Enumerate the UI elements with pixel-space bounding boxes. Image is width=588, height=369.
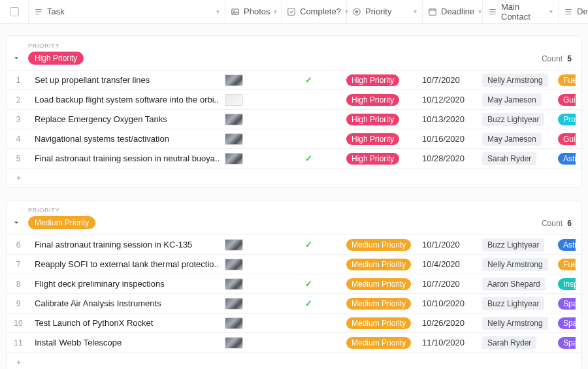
cell-priority[interactable]: Medium Priority [341, 333, 417, 352]
photo-thumbnail[interactable] [225, 298, 243, 310]
cell-main-contact[interactable]: Aaron Shepard [477, 274, 553, 293]
cell-priority[interactable]: Medium Priority [341, 274, 417, 293]
cell-complete[interactable]: ✓ [276, 274, 341, 293]
cell-task[interactable]: Install Webb Telescope [29, 333, 220, 352]
cell-photos[interactable] [220, 235, 276, 254]
contact-chip[interactable]: May Jameson [482, 93, 542, 106]
cell-complete[interactable] [276, 110, 341, 129]
table-row[interactable]: 9Calibrate Air Analysis Instruments✓Medi… [7, 293, 581, 313]
cell-task[interactable]: Final astronaut training session in KC-1… [29, 235, 220, 254]
contact-chip[interactable]: Nelly Armstrong [482, 258, 548, 271]
table-row[interactable]: 11Install Webb TelescopeMedium Priority1… [7, 332, 581, 352]
group-priority-pill[interactable]: Medium Priority [28, 216, 95, 229]
cell-photos[interactable] [220, 333, 276, 352]
cell-priority[interactable]: High Priority [341, 110, 417, 129]
cell-complete[interactable] [276, 129, 341, 148]
cell-complete[interactable]: ✓ [276, 294, 341, 313]
cell-department[interactable]: Space [553, 333, 576, 352]
cell-deadline[interactable]: 10/12/2020 [417, 90, 477, 109]
column-header-complete[interactable]: Complete? ▾ [282, 0, 347, 23]
cell-department[interactable]: Space [553, 294, 576, 313]
contact-chip[interactable]: Buzz Lightyear [482, 297, 544, 310]
table-row[interactable]: 4Navigational systems test/activationHig… [7, 129, 581, 148]
cell-priority[interactable]: High Priority [341, 71, 417, 89]
cell-main-contact[interactable]: May Jameson [477, 129, 553, 148]
cell-complete[interactable]: ✓ [276, 149, 341, 168]
cell-main-contact[interactable]: May Jameson [477, 90, 553, 109]
photo-thumbnail[interactable] [225, 153, 243, 165]
column-header-deadline[interactable]: Deadline ▾ [423, 0, 483, 23]
cell-deadline[interactable]: 10/7/2020 [417, 274, 477, 293]
cell-priority[interactable]: High Priority [341, 149, 417, 168]
photo-thumbnail[interactable] [225, 259, 243, 270]
cell-photos[interactable] [220, 71, 276, 89]
cell-priority[interactable]: High Priority [341, 129, 417, 148]
cell-priority[interactable]: High Priority [341, 90, 417, 109]
contact-chip[interactable]: Buzz Lightyear [482, 113, 544, 126]
group-priority-pill[interactable]: High Priority [28, 52, 84, 65]
column-header-photos[interactable]: Photos ▾ [225, 0, 282, 23]
cell-deadline[interactable]: 10/26/2020 [417, 313, 477, 332]
table-row[interactable]: 6Final astronaut training session in KC-… [7, 234, 581, 254]
cell-deadline[interactable]: 10/1/2020 [417, 235, 477, 254]
cell-department[interactable]: Guidanc [553, 129, 576, 148]
cell-priority[interactable]: Medium Priority [341, 235, 417, 254]
group-collapse-toggle[interactable] [12, 54, 20, 62]
column-header-priority[interactable]: Priority ▾ [347, 0, 423, 23]
add-row-button[interactable]: + [7, 168, 581, 187]
photo-thumbnail[interactable] [225, 317, 243, 329]
cell-main-contact[interactable]: Buzz Lightyear [477, 294, 553, 313]
cell-photos[interactable] [220, 90, 276, 109]
column-header-department[interactable]: Depa [559, 0, 588, 23]
contact-chip[interactable]: May Jameson [482, 133, 542, 146]
cell-department[interactable]: Guidanc [553, 90, 576, 109]
contact-chip[interactable]: Nelly Armstrong [482, 74, 548, 87]
cell-complete[interactable] [276, 255, 341, 274]
contact-chip[interactable]: Aaron Shepard [482, 278, 546, 291]
cell-priority[interactable]: Medium Priority [341, 294, 417, 313]
cell-main-contact[interactable]: Sarah Ryder [477, 149, 553, 168]
column-header-task[interactable]: Task ▾ [29, 0, 225, 23]
cell-department[interactable]: Astrona [553, 235, 576, 254]
cell-deadline[interactable]: 10/10/2020 [417, 294, 477, 313]
cell-task[interactable]: Flight deck preliminary inspections [29, 274, 220, 293]
table-row[interactable]: 8Flight deck preliminary inspections✓Med… [7, 274, 581, 293]
photo-thumbnail[interactable] [225, 239, 243, 251]
cell-department[interactable]: Inspect [553, 274, 576, 293]
contact-chip[interactable]: Sarah Ryder [482, 336, 536, 349]
photo-thumbnail[interactable] [225, 74, 243, 86]
cell-deadline[interactable]: 10/28/2020 [417, 149, 477, 168]
cell-photos[interactable] [220, 255, 276, 274]
cell-department[interactable]: Fueling [553, 255, 576, 274]
add-row-button[interactable]: + [7, 352, 581, 369]
cell-task[interactable]: Calibrate Air Analysis Instruments [29, 294, 220, 313]
cell-deadline[interactable]: 11/10/2020 [417, 333, 477, 352]
cell-task[interactable]: Test Launch of PythonX Rocket [29, 313, 220, 332]
cell-priority[interactable]: Medium Priority [341, 255, 417, 274]
contact-chip[interactable]: Sarah Ryder [482, 152, 536, 165]
cell-task[interactable]: Navigational systems test/activation [29, 129, 220, 148]
cell-complete[interactable]: ✓ [276, 71, 341, 89]
cell-photos[interactable] [220, 149, 276, 168]
cell-complete[interactable] [276, 333, 341, 352]
table-row[interactable]: 5Final astronaut training session in neu… [7, 148, 581, 168]
cell-photos[interactable] [220, 129, 276, 148]
cell-complete[interactable]: ✓ [276, 235, 341, 254]
cell-deadline[interactable]: 10/16/2020 [417, 129, 477, 148]
cell-main-contact[interactable]: Nelly Armstrong [477, 313, 553, 332]
cell-complete[interactable] [276, 90, 341, 109]
table-row[interactable]: 1Set up propellant transfer lines✓High P… [7, 70, 581, 89]
contact-chip[interactable]: Nelly Armstrong [482, 317, 548, 330]
cell-department[interactable]: Fueling [553, 71, 576, 89]
cell-task[interactable]: Load backup flight system software into … [29, 90, 220, 109]
table-row[interactable]: 3Replace Emergency Oxygen TanksHigh Prio… [7, 109, 581, 129]
cell-priority[interactable]: Medium Priority [341, 313, 417, 332]
photo-thumbnail[interactable] [225, 114, 243, 125]
photo-thumbnail[interactable] [225, 94, 243, 106]
cell-photos[interactable] [220, 294, 276, 313]
photo-thumbnail[interactable] [225, 133, 243, 145]
cell-department[interactable]: Procure [553, 110, 576, 129]
photo-thumbnail[interactable] [225, 337, 243, 349]
cell-deadline[interactable]: 10/7/2020 [417, 71, 477, 89]
cell-main-contact[interactable]: Nelly Armstrong [477, 71, 553, 89]
